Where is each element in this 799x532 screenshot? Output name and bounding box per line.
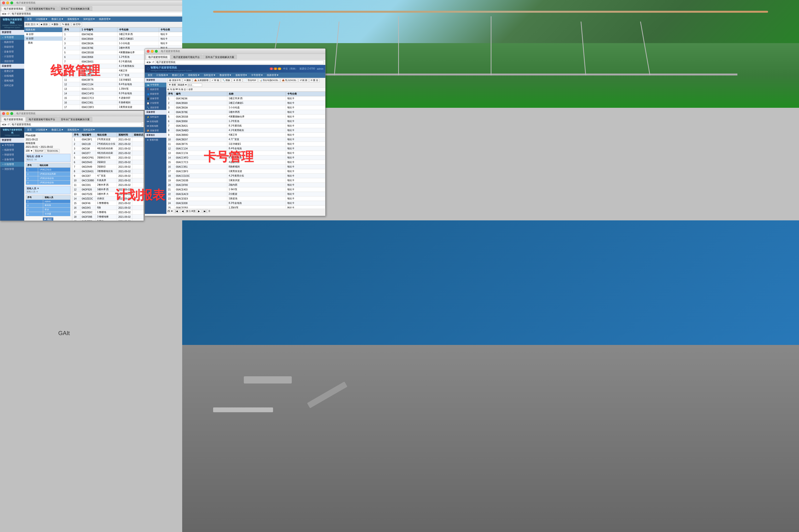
sidebar-item-patrol[interactable]: ○巡查记录 [0, 69, 24, 74]
third-item-device[interactable]: 📱设备管理 [145, 96, 166, 101]
second-nav-monitor[interactable]: 实时监控▼ [81, 127, 97, 132]
forward-btn[interactable]: ▶ [4, 12, 6, 15]
sidebar-item-realtime[interactable]: ○实时记录 [0, 83, 24, 88]
tree-chart[interactable]: 图表 [24, 41, 62, 45]
list-toggle[interactable]: ☰ [184, 89, 186, 91]
btn-add[interactable]: ■ 添加 [39, 22, 49, 26]
third-close-btn[interactable] [147, 50, 150, 53]
third-max-btn[interactable] [155, 50, 158, 53]
url-input[interactable] [11, 12, 185, 16]
second-nav-report[interactable]: 巡检报告▼ [66, 127, 81, 132]
third-tab-2[interactable]: 电子巡更巡检可视化平台 [171, 55, 202, 59]
third-forward[interactable]: ▶ [149, 61, 151, 64]
per-page[interactable]: 25 ▼ [167, 210, 173, 212]
sidebar-item-device[interactable]: ○设备管理 [0, 49, 24, 54]
btn-stop[interactable]: ⏸ 停 用 [232, 78, 242, 82]
sidebar-item-plan[interactable]: ○计划管理 [0, 54, 24, 59]
second-tab-3[interactable]: 百年水厂安全巡检解决方案 [58, 117, 92, 122]
tab-2[interactable]: 电子巡更巡检可视化平台 [26, 6, 58, 11]
second-nav-data[interactable]: 数据汇总▼ [50, 127, 66, 132]
lang-selector[interactable]: 中文（简体） [283, 67, 297, 71]
second-item-plan[interactable]: ○ 计划管理 [0, 162, 24, 167]
third-min-btn[interactable] [151, 50, 154, 53]
second-url-input[interactable] [11, 122, 142, 127]
excel-btn[interactable]: 导出EXCEL [46, 149, 60, 153]
sidebar-item-clear[interactable]: ○清技管理 [0, 59, 24, 64]
map-toggle[interactable]: 🗺 马 场 [176, 88, 183, 91]
btn-delete[interactable]: ✕ 删除 [50, 22, 60, 26]
second-nav-plan[interactable]: 计划报表▼ [34, 127, 50, 132]
btn-audit[interactable]: ✓ 审 核 [210, 78, 220, 82]
back-btn[interactable]: ◀ [2, 12, 4, 15]
third-item-class[interactable]: 👥班级管理 [145, 92, 166, 96]
third-refresh[interactable]: ↺ [152, 61, 154, 64]
sidebar-item-route[interactable]: ○线路管理 [0, 40, 24, 44]
second-item-card[interactable]: ● 卡号管理 [0, 143, 24, 148]
second-tab-2[interactable]: 电子巡更巡检可视化平台 [26, 117, 58, 122]
nav-manage[interactable]: 线路管理▼ [97, 17, 113, 22]
third-tab-3[interactable]: 百年水厂安全巡检解决方案 [203, 55, 237, 59]
third-item-card[interactable]: 🪪卡号管理 [145, 83, 166, 87]
minimize-btn[interactable] [6, 1, 9, 4]
refresh-btn[interactable]: ↺ [7, 12, 10, 15]
second-item-clear[interactable]: ○ 清技管理 [0, 167, 24, 171]
third-nav-monitor[interactable]: 实时监控▼ [202, 73, 218, 78]
nav-monitor[interactable]: 实时监控▼ [81, 17, 97, 22]
tab-1[interactable]: 电子巡更管理系统 [1, 6, 26, 11]
third-nav-summary[interactable]: 数据汇总▼ [170, 73, 186, 78]
third-url-input[interactable] [155, 60, 324, 64]
view-toggle[interactable]: ⊞ 马 场 [167, 88, 175, 91]
second-forward[interactable]: ▶ [4, 123, 6, 126]
filter-input[interactable] [188, 83, 202, 87]
nav-data[interactable]: 数据汇总▼ [50, 17, 66, 22]
third-nav-card[interactable]: 卡号管理▼ [249, 73, 265, 78]
third-nav-plan[interactable]: 计划报表▼ [155, 73, 170, 78]
btn-view[interactable]: 👁 查看 [167, 83, 177, 87]
second-min-btn[interactable] [6, 112, 9, 115]
all-checkbox[interactable]: □ 全部 [186, 88, 193, 91]
tree-all[interactable]: ⊞ 全部 [24, 32, 62, 36]
maximize-btn[interactable] [10, 1, 13, 4]
btn-del[interactable]: ✕ 删除 [183, 78, 193, 82]
pdf-btn[interactable]: 导出PDF [33, 149, 45, 153]
btn-reset[interactable]: ⟳ 重 击 [309, 78, 320, 82]
second-nav-home[interactable]: 首页 [25, 127, 34, 132]
sidebar-item-routemap[interactable]: ○巡检地图 [0, 78, 24, 83]
nav-plan[interactable]: 计划报表▼ [34, 17, 50, 22]
tab-3[interactable]: 百年水厂安全巡检解决方案 [58, 6, 92, 11]
second-refresh[interactable]: ↺ [7, 123, 10, 126]
tree-full[interactable]: ⊟ 全部 [24, 36, 62, 41]
third-nav-home[interactable]: 首页 [146, 73, 155, 78]
third-nav-patrol[interactable]: 巡检管理▼ [234, 73, 249, 78]
third-item-plan[interactable]: 📋计划管理 [145, 101, 166, 106]
last-page-btn[interactable]: ▶| [202, 209, 208, 213]
prev-page-btn[interactable]: ◀ [180, 209, 185, 213]
second-tab-1[interactable]: 电子巡更管理系统 [1, 117, 26, 122]
third-nav-report[interactable]: 巡检报告▼ [186, 73, 202, 78]
sidebar-item-card[interactable]: ●卡号管理 [0, 35, 24, 40]
third-item-tech[interactable]: 🔧清技管理 [145, 106, 166, 110]
third-item-collectmanage[interactable]: 📦采集管理 [145, 128, 166, 133]
second-item-class[interactable]: ○ 班级管理 [0, 152, 24, 157]
second-max-btn[interactable] [10, 112, 13, 115]
btn-print[interactable]: ⊞ 打印 [72, 22, 82, 26]
second-close-btn[interactable] [2, 112, 5, 115]
second-item-device[interactable]: ○ 设备管理 [0, 157, 24, 162]
nav-report[interactable]: 巡检报告▼ [66, 17, 81, 22]
sidebar-item-map[interactable]: ○在线地图 [0, 74, 24, 78]
third-tab-1[interactable]: 电子巡更管理系统 [146, 55, 170, 59]
btn-add-card[interactable]: ➕ 添加卡号 [167, 78, 182, 82]
btn-from-source[interactable]: 📥 从来源新增 [193, 78, 210, 82]
close-btn[interactable] [2, 1, 5, 4]
next-page-btn[interactable]: ▶ [197, 209, 201, 213]
third-item-view[interactable]: 👁查看列图 [145, 138, 166, 142]
nav-home[interactable]: 首页 [25, 17, 34, 22]
third-nav-route[interactable]: 线路管理▼ [265, 73, 281, 78]
third-item-onlinemap[interactable]: 🗺在线地图 [145, 119, 166, 124]
third-item-realtime[interactable]: ⚡实时监控 [145, 115, 166, 119]
sidebar-item-class[interactable]: ○班级管理 [0, 44, 24, 49]
btn-pdf[interactable]: 📄 导出PDF [243, 78, 258, 82]
first-page-btn[interactable]: |◀ [174, 209, 180, 213]
third-item-route[interactable]: 📍线路管理 [145, 87, 166, 92]
third-nav-datamanage[interactable]: 数据管理▼ [218, 73, 234, 78]
